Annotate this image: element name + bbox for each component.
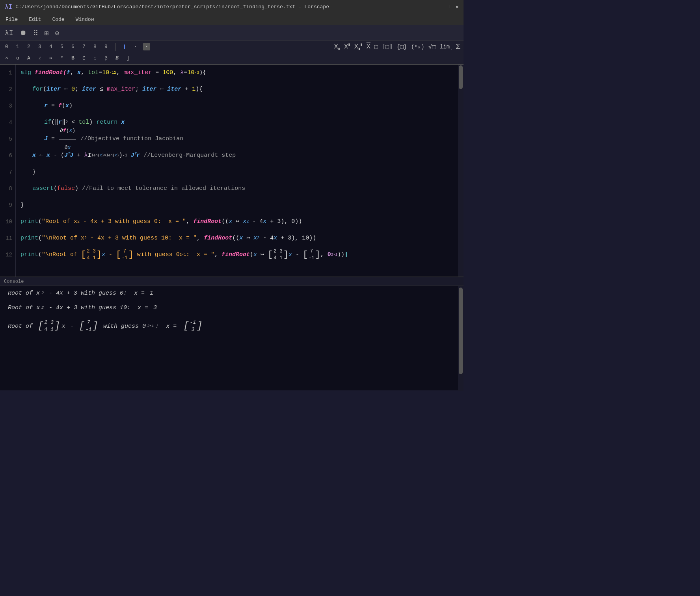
str-4x2: - 4x + 3 with guess 10: x = " <box>87 230 197 247</box>
hierarchy-icon[interactable]: ⠿ <box>33 29 38 37</box>
sym-matrix1[interactable]: ⬚ <box>374 43 378 50</box>
4x2: 4 <box>259 214 263 230</box>
kw-print2: print <box>20 230 38 247</box>
symbolbar-row1: 0 1 2 3 4 5 6 7 8 9 | · ▪ X∎ X∎ X∎∎ X ⬚ … <box>0 41 464 52</box>
close-button[interactable]: ✕ <box>456 4 459 10</box>
menu-edit[interactable]: Edit <box>26 16 43 23</box>
leq: ≤ <box>96 81 107 98</box>
arrow1: ← <box>61 81 71 98</box>
param-x: x <box>77 65 81 81</box>
var-x3: x <box>32 147 36 164</box>
sym-pipe[interactable]: | <box>121 44 128 50</box>
paren11: (( <box>222 214 229 230</box>
menu-window[interactable]: Window <box>73 16 97 23</box>
code-editor[interactable]: alg findRoot( f , x , tol = 10 -12 , max… <box>16 65 458 277</box>
param-lambda: λ <box>180 65 184 81</box>
line-num-7: 7 <box>3 164 12 180</box>
var-r1: r <box>44 98 48 114</box>
menu-code[interactable]: Code <box>50 16 67 23</box>
sym-1[interactable]: 1 <box>14 44 21 50</box>
var-JT1: J⊤ <box>64 147 70 164</box>
sym-alpha[interactable]: α <box>14 55 21 61</box>
sym-xsub[interactable]: X∎ <box>334 43 340 50</box>
lambda-icon[interactable]: λΙ <box>5 29 13 37</box>
str-nroot: "\nRoot of <box>42 247 81 263</box>
line-num-9: 9 <box>3 197 12 214</box>
toolbar: λΙ ⏺ ⠿ ⊞ ⊙ <box>0 25 464 41</box>
sym-5[interactable]: 5 <box>58 44 65 50</box>
titlebar-left: λΙ C:/Users/johnd/Documents/GitHub/Forsc… <box>5 4 329 11</box>
sym-binom[interactable]: (ⁿₖ) <box>411 43 424 50</box>
line-num-12: 12 <box>3 247 12 263</box>
matrix-left1: [ 23 41 ] <box>81 248 102 262</box>
record-icon[interactable]: ⏺ <box>20 29 27 37</box>
sym-star[interactable]: * <box>58 55 65 61</box>
sym-beta[interactable]: β <box>102 55 110 61</box>
sym-sum[interactable]: Σ <box>456 42 460 51</box>
sym-dot[interactable]: · <box>132 44 139 50</box>
comma7: , <box>214 247 222 263</box>
editor-scrollbar[interactable] <box>458 65 464 277</box>
sym-9[interactable]: 9 <box>102 44 110 50</box>
sym-active-block[interactable]: ▪ <box>143 43 150 50</box>
str-minus4: - <box>105 247 116 263</box>
console-scrollbar-thumb[interactable] <box>459 288 463 374</box>
sym-6[interactable]: 6 <box>69 44 76 50</box>
console-scrollbar[interactable] <box>458 286 464 391</box>
sym-angle[interactable]: ∠ <box>36 55 43 61</box>
sym-bold[interactable]: B <box>69 55 76 61</box>
var-iter3: iter <box>142 81 156 98</box>
maximize-button[interactable]: □ <box>446 4 449 10</box>
cursor: | <box>344 247 348 263</box>
var-J1: J <box>44 131 48 147</box>
sym-in[interactable]: ∈ <box>80 55 88 61</box>
kw-return: return <box>96 114 117 131</box>
line-num-1: 1 <box>3 65 12 81</box>
line-num-8: 8 <box>3 180 12 197</box>
sym-bbB[interactable]: B <box>114 55 121 61</box>
sym-because[interactable]: ∴ <box>91 55 99 61</box>
line-numbers: 1 2 3 4 5 6 7 8 9 10 11 12 <box>0 65 16 277</box>
var-JT2: J⊤ <box>127 147 136 164</box>
matrix-left3: [ 23 41 ] <box>268 248 289 262</box>
paren6: ) <box>89 114 96 131</box>
paren13: ( <box>38 230 42 247</box>
github-icon[interactable]: ⊙ <box>55 29 59 37</box>
sym-matrix2[interactable]: ⟦⬚⟧ <box>382 43 393 50</box>
sym-4[interactable]: 4 <box>47 44 54 50</box>
param-maxiter: max_iter <box>123 65 152 81</box>
cout-1b: - 4x + 3 with guess 0: x = <box>45 290 145 297</box>
sym-3[interactable]: 3 <box>36 44 43 50</box>
close-brace1: } <box>32 164 36 180</box>
sym-2[interactable]: 2 <box>25 44 32 50</box>
editor-scrollbar-thumb[interactable] <box>459 65 463 89</box>
sym-xbar[interactable]: X <box>367 43 370 50</box>
sym-approx[interactable]: ≈ <box>47 55 54 61</box>
sym-sqrt[interactable]: √⬚ <box>428 43 436 51</box>
grid-icon[interactable]: ⊞ <box>45 29 49 37</box>
sym-7[interactable]: 7 <box>80 44 88 50</box>
kw-print3: print <box>20 247 38 263</box>
sym-bracket[interactable]: ⌋ <box>125 55 132 61</box>
line-num-2: 2 <box>3 81 12 98</box>
menu-file[interactable]: File <box>3 16 20 23</box>
sym-lim[interactable]: lim→ <box>440 44 452 50</box>
sym-A[interactable]: A <box>25 55 32 61</box>
minimize-button[interactable]: — <box>436 4 439 10</box>
sym-matrix3[interactable]: {⬚} <box>397 43 407 50</box>
mapsto1: ↦ <box>232 214 243 230</box>
sym-xsubsup[interactable]: X∎∎ <box>354 43 363 50</box>
code-line-6: x ← x - ( J⊤ J + λ I len(x)×len(x) ) -1 … <box>20 147 453 164</box>
eq3: = <box>184 65 187 81</box>
eq2: = <box>152 65 162 81</box>
sym-8[interactable]: 8 <box>91 44 99 50</box>
comma8: , <box>320 247 328 263</box>
console-line-3: Root of [ 23 41 ] x - [ 7 <box>8 319 456 333</box>
sym-times[interactable]: × <box>3 55 10 61</box>
val-10c: 10 <box>302 230 309 247</box>
sym-xsup[interactable]: X∎ <box>344 43 350 50</box>
val-100: 100 <box>162 65 173 81</box>
code-line-10: print ( "Root of x 2 - 4x + 3 with guess… <box>20 214 453 230</box>
comma4: , <box>173 65 180 81</box>
sym-0[interactable]: 0 <box>3 44 10 50</box>
